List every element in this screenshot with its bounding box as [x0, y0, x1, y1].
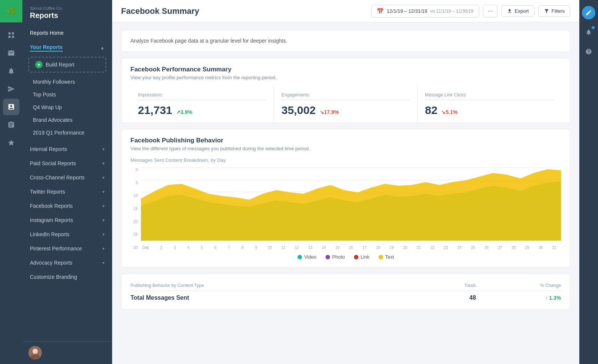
sidebar-facebook-reports[interactable]: Facebook Reports ▾: [22, 199, 112, 213]
x-month-label: Dec: [142, 246, 149, 250]
chart-legend: Video Photo Link Text: [130, 254, 561, 260]
metric-impressions-change: 3.9%: [176, 109, 192, 115]
metric-engagements-value: 35,002 17.9%: [281, 104, 410, 117]
pub-behavior-title: Facebook Publishing Behavior: [130, 137, 561, 144]
sidebar-twitter-reports[interactable]: Twitter Reports ▾: [22, 185, 112, 199]
chart-label: Messages Sent Content Breakdown, by Day: [130, 157, 561, 163]
chevron-down-icon: ▾: [102, 161, 105, 166]
sidebar-company: Sprout Coffee Co. Reports: [22, 0, 112, 24]
table-cell-label: Total Messages Sent: [130, 291, 428, 304]
page-title: Facebook Summary: [121, 6, 199, 16]
chevron-down-icon: ▾: [102, 204, 105, 209]
sidebar-item-q4-wrap-up[interactable]: Q4 Wrap Up: [22, 101, 112, 114]
metric-link-clicks-change: 5.1%: [441, 109, 457, 115]
content-area: Analyze Facebook page data at a granular…: [112, 22, 579, 364]
arrow-up-icon: [176, 109, 181, 115]
chevron-down-icon: ▾: [102, 147, 105, 152]
your-reports-label: Your Reports: [30, 44, 63, 52]
sidebar-item-monthly-followers[interactable]: Monthly Followers: [22, 75, 112, 88]
legend-video: Video: [298, 254, 317, 260]
nav-notifications[interactable]: [3, 63, 19, 79]
nav-tasks[interactable]: [3, 117, 19, 133]
sidebar-item-2019-q1[interactable]: 2019 Q1 Performance: [22, 126, 112, 139]
legend-photo-dot: [326, 255, 330, 259]
date-range-button[interactable]: 📅 12/1/19 – 12/31/19 vs 11/1/19 – 11/30/…: [371, 5, 479, 18]
nav-home[interactable]: [3, 27, 19, 43]
nav-publish[interactable]: [3, 81, 19, 97]
metrics-row: Impressions 21,731 3.9% Engagements 35,0…: [130, 86, 561, 123]
notification-badge: [592, 26, 595, 29]
main-header: Facebook Summary 📅 12/1/19 – 12/31/19 vs…: [112, 0, 579, 22]
perf-summary-title: Facebook Performance Summary: [130, 66, 561, 73]
arrow-down-icon: [320, 109, 324, 115]
performance-summary-card: Facebook Performance Summary View your k…: [121, 58, 570, 123]
table-cell-total: 48: [428, 291, 476, 304]
description-card: Analyze Facebook page data at a granular…: [121, 30, 570, 52]
export-icon: [507, 8, 512, 14]
legend-text-label: Text: [385, 254, 394, 260]
chevron-up-icon: ▲: [100, 45, 105, 50]
sidebar-pinterest-performance[interactable]: Pinterest Performance ▾: [22, 241, 112, 256]
publishing-behavior-card: Facebook Publishing Behavior View the di…: [121, 129, 570, 268]
legend-photo-label: Photo: [332, 254, 345, 260]
sidebar-paid-social-reports[interactable]: Paid Social Reports ▾: [22, 156, 112, 170]
chevron-down-icon: ▾: [102, 218, 105, 223]
table-col-totals: Totals: [428, 280, 476, 291]
main-content: Facebook Summary 📅 12/1/19 – 12/31/19 vs…: [112, 0, 579, 364]
nav-star[interactable]: [3, 135, 19, 151]
help-button[interactable]: [582, 45, 595, 58]
legend-video-dot: [298, 255, 302, 259]
sidebar-customize-branding[interactable]: Customize Branding: [22, 270, 112, 284]
table-col-change: % Change: [476, 280, 561, 291]
sidebar-item-brand-advocates[interactable]: Brand Advocates: [22, 114, 112, 126]
notification-bell[interactable]: [582, 25, 595, 39]
filters-button[interactable]: Filters: [538, 5, 570, 17]
sidebar-item-top-posts[interactable]: Top Posts: [22, 88, 112, 101]
sidebar-internal-reports[interactable]: Internal Reports ▾: [22, 142, 112, 156]
nav-inbox[interactable]: [3, 45, 19, 61]
pub-behavior-subtitle: View the different types of messages you…: [130, 146, 561, 151]
date-range-value: 12/1/19 – 12/31/19: [387, 8, 427, 14]
sidebar-linkedin-reports[interactable]: LinkedIn Reports ▾: [22, 227, 112, 241]
legend-video-label: Video: [304, 254, 317, 260]
nav-reports[interactable]: [3, 99, 19, 115]
company-name: Sprout Coffee Co.: [30, 6, 105, 10]
compare-range: vs 11/1/19 – 11/30/19: [430, 9, 473, 14]
sidebar-reports-home[interactable]: Reports Home: [22, 26, 112, 40]
chevron-down-icon: ▾: [102, 232, 105, 237]
sidebar-nav: Reports Home Your Reports ▲ + Build Repo…: [22, 24, 112, 286]
y-axis: 30 25 20 15 10 5 0: [130, 167, 138, 250]
metric-link-clicks: Message Link Clicks 82 5.1%: [417, 86, 561, 123]
export-button[interactable]: Export: [501, 5, 534, 17]
build-report-button[interactable]: + Build Report: [28, 57, 106, 73]
sidebar-cross-channel-reports[interactable]: Cross-Channel Reports ▾: [22, 170, 112, 185]
sidebar-advocacy-reports[interactable]: Advocacy Reports ▾: [22, 256, 112, 270]
compose-button[interactable]: [582, 6, 595, 19]
svg-rect-0: [9, 33, 11, 35]
chart-section: Messages Sent Content Breakdown, by Day …: [130, 157, 561, 260]
sidebar: Sprout Coffee Co. Reports Reports Home Y…: [22, 0, 112, 364]
table-col-type: Publishing Behavior by Content Type: [130, 280, 428, 291]
sidebar-reports-title: Reports: [30, 11, 105, 20]
publishing-table: Publishing Behavior by Content Type Tota…: [130, 280, 561, 303]
more-button[interactable]: ···: [483, 5, 497, 18]
chevron-down-icon: ▾: [102, 260, 105, 265]
user-avatar[interactable]: [28, 346, 42, 360]
your-reports-header[interactable]: Your Reports ▲: [22, 40, 112, 55]
metric-impressions: Impressions 21,731 3.9%: [130, 86, 274, 123]
svg-point-5: [33, 349, 38, 354]
icon-rail: 🌿: [0, 0, 22, 364]
calendar-icon: 📅: [377, 8, 384, 15]
your-reports-items: + Build Report Monthly Followers Top Pos…: [22, 57, 112, 142]
rail-icons: [3, 22, 19, 364]
chart-container: 30 25 20 15 10 5 0: [130, 167, 561, 250]
logo-area[interactable]: 🌿: [0, 0, 22, 22]
metric-link-clicks-value: 82 5.1%: [425, 104, 554, 117]
right-rail: [579, 0, 598, 364]
chart-plot: 1 2 3 4 5 6 7 8 9 10 11 12 13: [141, 167, 561, 250]
legend-link: Link: [354, 254, 370, 260]
build-report-label: Build Report: [46, 62, 74, 68]
legend-photo: Photo: [326, 254, 345, 260]
publishing-table-card: Publishing Behavior by Content Type Tota…: [121, 274, 570, 310]
sidebar-instagram-reports[interactable]: Instagram Reports ▾: [22, 213, 112, 227]
